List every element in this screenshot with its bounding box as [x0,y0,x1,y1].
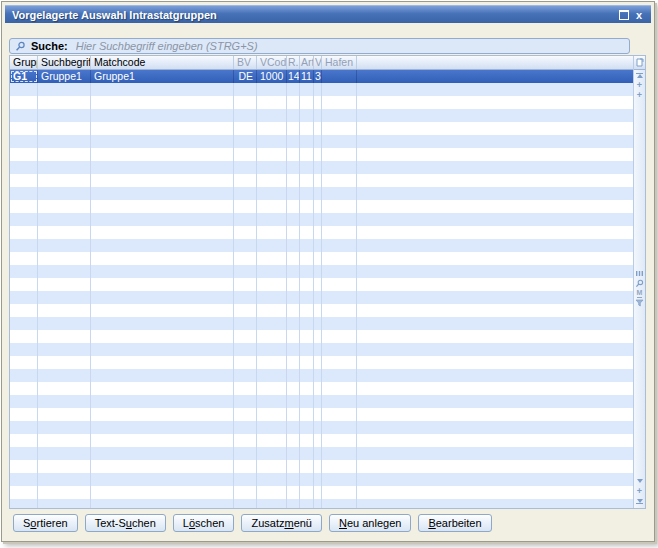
cell-bv[interactable]: DE [234,70,257,83]
column-header-r[interactable]: R. [287,56,300,69]
scroll-page-down-icon[interactable]: + [634,486,645,496]
empty-row [10,356,633,369]
neu-anlegen-button[interactable]: Neu anlegen [329,514,411,532]
vertical-scrollbar[interactable]: + + M + [633,56,645,508]
column-header-filler [357,56,645,69]
window-title: Vorgelagerte Auswahl Intrastatgruppen [5,9,217,21]
empty-row [10,135,633,148]
search-icon [15,41,26,52]
bookmark-icon[interactable]: M [634,288,645,298]
empty-row [10,395,633,408]
empty-row [10,174,633,187]
column-header-matchcode[interactable]: Matchcode [91,56,234,69]
cell-v[interactable]: 3 [314,70,322,83]
search-label: Suche: [31,40,68,52]
empty-row [10,304,633,317]
empty-row [10,161,633,174]
zoom-search-icon[interactable] [634,278,645,288]
empty-row [10,343,633,356]
cell-matchcode[interactable]: Gruppe1 [91,70,234,83]
cell-hafen[interactable] [322,70,357,83]
empty-row [10,252,633,265]
sortieren-button[interactable]: Sortieren [13,514,78,532]
empty-row [10,421,633,434]
empty-row [10,278,633,291]
empty-row [10,499,633,508]
column-header-gruppe[interactable]: Gruppe [10,56,38,69]
empty-row [10,382,633,395]
restore-icon[interactable] [619,10,629,20]
filter-icon[interactable] [634,298,645,308]
column-header-hafen[interactable]: Hafen [322,56,357,69]
scroll-up-icon[interactable]: + [634,90,645,100]
dialog-window: Vorgelagerte Auswahl Intrastatgruppen x … [1,1,655,542]
column-header-art[interactable]: Art [300,56,314,69]
scroll-page-up-icon[interactable]: + [634,80,645,90]
button-bar: Sortieren Text-Suchen Löschen Zusatzmenü… [13,514,492,532]
text-suchen-button[interactable]: Text-Suchen [85,514,166,532]
titlebar-controls: x [619,10,651,20]
empty-row [10,122,633,135]
cell-gruppe[interactable]: G1 [10,70,38,83]
table-header: Gruppe Suchbegriff Matchcode BV VCode R.… [10,56,645,70]
empty-row [10,148,633,161]
cell-art[interactable]: 11 [300,70,314,83]
empty-row [10,447,633,460]
table-row-selected[interactable]: G1 Gruppe1 Gruppe1 DE 1000 14 11 3 [10,70,633,83]
table-body[interactable]: G1 Gruppe1 Gruppe1 DE 1000 14 11 3 [10,70,633,508]
column-header-v[interactable]: V [314,56,322,69]
intrastat-groups-table[interactable]: Gruppe Suchbegriff Matchcode BV VCode R.… [9,55,646,509]
empty-row [10,187,633,200]
title-bar[interactable]: Vorgelagerte Auswahl Intrastatgruppen x [5,5,651,23]
empty-row [10,96,633,109]
cell-suchbegriff[interactable]: Gruppe1 [38,70,91,83]
empty-row [10,434,633,447]
empty-row [10,213,633,226]
cell-vcode[interactable]: 1000 [257,70,287,83]
empty-row [10,330,633,343]
bearbeiten-button[interactable]: Bearbeiten [418,514,491,532]
column-header-bv[interactable]: BV [234,56,257,69]
empty-row [10,486,633,499]
column-chooser-icon[interactable] [634,56,645,70]
cell-r[interactable]: 14 [287,70,300,83]
empty-row [10,83,633,96]
empty-row [10,239,633,252]
empty-row [10,109,633,122]
column-header-vcode[interactable]: VCode [257,56,287,69]
empty-row [10,265,633,278]
scroll-to-top-icon[interactable] [634,70,645,80]
close-icon[interactable]: x [636,10,642,20]
loeschen-button[interactable]: Löschen [173,514,235,532]
zusatzmenu-button[interactable]: Zusatzmenü [241,514,322,532]
empty-row [10,460,633,473]
columns-icon[interactable] [634,268,645,278]
cell-filler [357,70,633,83]
empty-row [10,200,633,213]
scroll-down-icon[interactable] [634,476,645,486]
empty-row [10,408,633,421]
empty-row [10,473,633,486]
column-header-suchbegriff[interactable]: Suchbegriff [38,56,91,69]
search-input[interactable] [74,39,629,53]
search-bar[interactable]: Suche: [9,38,630,54]
scroll-to-bottom-icon[interactable] [634,496,645,506]
empty-row [10,226,633,239]
empty-row [10,369,633,382]
empty-row [10,291,633,304]
empty-row [10,317,633,330]
